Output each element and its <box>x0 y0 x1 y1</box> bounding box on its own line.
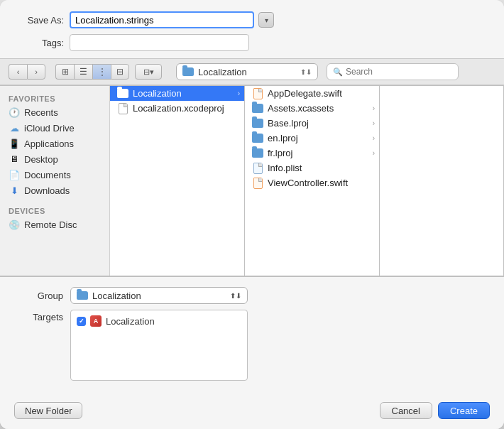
view-list-button[interactable]: ☰ <box>74 64 92 80</box>
group-text: Localization <box>92 290 230 301</box>
sidebar: Favorites 🕐 Recents ☁ iCloud Drive 📱 App… <box>0 86 110 276</box>
column-item-enlproj[interactable]: en.lproj › <box>245 131 379 146</box>
sidebar-item-downloads[interactable]: ⬇ Downloads <box>0 183 109 198</box>
targets-row: Targets A Localization <box>17 310 487 381</box>
column-item-assets[interactable]: Assets.xcassets › <box>245 101 379 116</box>
view-column-button[interactable]: ⋮ <box>92 64 111 80</box>
frlproj-folder-icon <box>252 148 263 158</box>
downloads-icon: ⬇ <box>9 185 20 196</box>
applications-icon: 📱 <box>9 138 20 149</box>
baselproj-chevron-icon: › <box>373 119 375 127</box>
sidebar-item-icloud-label: iCloud Drive <box>24 123 75 134</box>
target-app-icon: A <box>90 315 102 327</box>
save-as-label: Save As: <box>14 15 64 26</box>
baselproj-folder-icon <box>252 119 263 129</box>
group-dropdown-arrows: ⬆⬇ <box>230 292 241 300</box>
viewcontroller-file-icon <box>252 178 263 188</box>
view-gallery-button[interactable]: ⊟ <box>111 64 129 80</box>
group-row: Group Localization ⬆⬇ <box>17 287 487 304</box>
location-arrows: ⬆⬇ <box>300 68 312 76</box>
column-item-infoplist-label: Info.plist <box>268 163 302 173</box>
recents-icon: 🕐 <box>9 107 20 118</box>
frlproj-chevron-icon: › <box>373 149 375 157</box>
sidebar-item-icloud[interactable]: ☁ iCloud Drive <box>0 120 109 136</box>
filename-input[interactable] <box>70 11 254 28</box>
enlproj-chevron-icon: › <box>373 134 375 142</box>
column-2: AppDelegate.swift Assets.xcassets › Base… <box>245 86 380 276</box>
new-folder-button[interactable]: New Folder <box>14 402 82 419</box>
remote-disc-icon: 💿 <box>9 219 20 230</box>
assets-chevron-icon: › <box>373 104 375 112</box>
sidebar-item-remote-disc[interactable]: 💿 Remote Disc <box>0 217 109 232</box>
sidebar-item-desktop-label: Desktop <box>24 154 58 165</box>
xcodeproj-icon <box>117 104 128 114</box>
browser-area: Favorites 🕐 Recents ☁ iCloud Drive 📱 App… <box>0 85 504 276</box>
dialog-header: Save As: ▾ Tags: <box>0 0 504 58</box>
location-text: Localization <box>198 67 297 77</box>
sidebar-item-documents[interactable]: 📄 Documents <box>0 167 109 183</box>
location-folder-icon <box>182 67 194 76</box>
tags-label: Tags: <box>14 38 64 48</box>
target-item-localization[interactable]: A Localization <box>71 313 247 329</box>
column-item-viewcontroller[interactable]: ViewController.swift <box>245 175 379 190</box>
column-item-xcodeproj[interactable]: Localization.xcodeproj <box>110 101 244 116</box>
toolbar: ‹ › ⊞ ☰ ⋮ ⊟ ⊟▾ Localization ⬆⬇ 🔍 <box>0 58 504 85</box>
targets-area: A Localization <box>70 310 248 381</box>
view-options-button[interactable]: ⊟▾ <box>135 64 162 80</box>
tags-input[interactable] <box>70 34 249 51</box>
view-icon-button[interactable]: ⊞ <box>55 64 74 80</box>
column-item-localization-label: Localization <box>133 88 182 99</box>
cancel-button[interactable]: Cancel <box>380 402 432 419</box>
column-item-appdelegate[interactable]: AppDelegate.swift <box>245 86 379 101</box>
sidebar-item-documents-label: Documents <box>24 170 71 180</box>
sidebar-item-recents[interactable]: 🕐 Recents <box>0 104 109 120</box>
expand-button[interactable]: ▾ <box>258 12 274 28</box>
sidebar-item-recents-label: Recents <box>24 107 58 118</box>
target-checkbox[interactable] <box>77 317 86 326</box>
column-item-xcodeproj-label: Localization.xcodeproj <box>133 103 224 114</box>
column-item-enlproj-label: en.lproj <box>268 133 298 143</box>
devices-section-label: Devices <box>0 204 109 217</box>
group-folder-icon <box>77 291 88 300</box>
column-item-frlproj-label: fr.lproj <box>268 148 292 158</box>
sidebar-item-remote-disc-label: Remote Disc <box>24 219 77 230</box>
tags-row: Tags: <box>14 34 490 51</box>
column-1: Localization › Localization.xcodeproj <box>110 86 245 276</box>
column-item-appdelegate-label: AppDelegate.swift <box>268 88 342 99</box>
group-dropdown[interactable]: Localization ⬆⬇ <box>70 287 248 304</box>
icloud-icon: ☁ <box>9 122 20 134</box>
sidebar-item-applications-label: Applications <box>24 139 74 149</box>
search-box: 🔍 <box>327 63 459 80</box>
search-input[interactable] <box>346 67 452 77</box>
assets-folder-icon <box>252 104 263 114</box>
sidebar-item-desktop[interactable]: 🖥 Desktop <box>0 151 109 167</box>
column-3 <box>380 86 504 276</box>
back-button[interactable]: ‹ <box>9 64 27 80</box>
column-item-infoplist[interactable]: Info.plist <box>245 161 379 175</box>
create-button[interactable]: Create <box>438 402 490 419</box>
column-item-assets-label: Assets.xcassets <box>268 103 334 114</box>
documents-icon: 📄 <box>9 169 20 180</box>
footer: New Folder Cancel Create <box>0 395 504 429</box>
nav-buttons: ‹ › <box>9 64 48 80</box>
plist-file-icon <box>252 163 263 173</box>
target-item-label: Localization <box>106 316 155 327</box>
save-as-row: Save As: ▾ <box>14 11 490 28</box>
bottom-section: Group Localization ⬆⬇ Targets A Localiza… <box>0 277 504 395</box>
column-item-viewcontroller-label: ViewController.swift <box>268 178 348 188</box>
sidebar-item-applications[interactable]: 📱 Applications <box>0 136 109 151</box>
targets-label: Targets <box>17 312 63 322</box>
forward-button[interactable]: › <box>27 64 45 80</box>
save-dialog: Save As: ▾ Tags: ‹ › ⊞ ☰ ⋮ ⊟ ⊟▾ Localiza… <box>0 0 504 429</box>
columns-area: Localization › Localization.xcodeproj Ap… <box>110 86 504 276</box>
bottom-container: Group Localization ⬆⬇ Targets A Localiza… <box>0 276 504 429</box>
action-buttons: Cancel Create <box>380 402 491 419</box>
favorites-section-label: Favorites <box>0 92 109 104</box>
location-dropdown[interactable]: Localization ⬆⬇ <box>176 63 318 80</box>
search-icon: 🔍 <box>333 67 343 77</box>
enlproj-folder-icon <box>252 134 263 143</box>
column-item-localization[interactable]: Localization › <box>110 86 244 101</box>
column-item-frlproj[interactable]: fr.lproj › <box>245 146 379 161</box>
column-item-baselproj[interactable]: Base.lproj › <box>245 116 379 131</box>
chevron-right-icon: › <box>238 89 240 97</box>
